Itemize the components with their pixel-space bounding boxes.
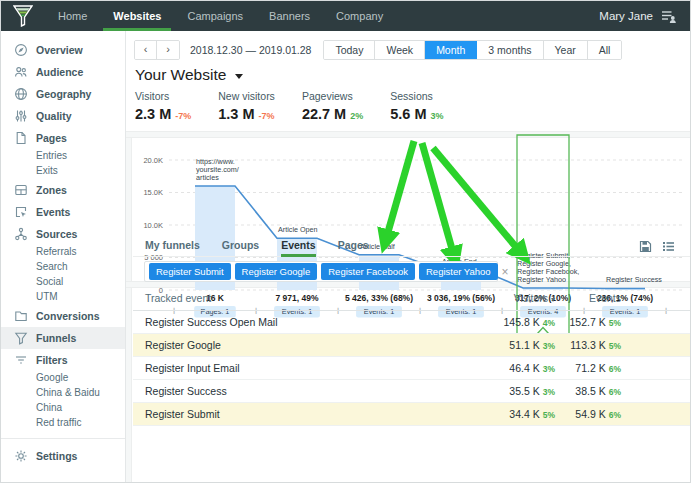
sidebar-subitem-social[interactable]: Social [1,275,125,290]
table-row[interactable]: Register Submit34.4 K5%54.9 K6% [133,403,690,426]
table-body: Register Success Open Mail145.8 K4%152.7… [133,311,690,426]
sidebar-subitem-entries[interactable]: Entries [1,149,125,164]
change-percent: 3% [543,364,555,374]
sidebar-item-conversions[interactable]: Conversions [1,305,125,327]
column-tracked-event[interactable]: Tracked event [133,288,445,311]
change-percent: 6% [609,387,621,397]
filter-chip-register-submit[interactable]: Register Submit [149,263,231,280]
prev-period-button[interactable]: ‹ [135,41,157,59]
sidebar-item-sources[interactable]: Sources [1,223,125,245]
stat-label: Visitors [135,90,191,102]
hub-icon [14,227,28,241]
clear-filters-button[interactable]: × [502,267,509,277]
nav-menu: HomeWebsitesCampaignsBannersCompany [45,1,396,31]
sidebar-item-funnels[interactable]: Funnels [1,327,125,349]
sidebar-subitem-china[interactable]: China [1,401,125,416]
range-button-today[interactable]: Today [324,41,375,59]
sidebar-item-label: Zones [36,184,67,196]
range-button-all[interactable]: All [588,41,622,59]
stat-value: 22.7 M2% [302,106,363,122]
sidebar-item-quality[interactable]: Quality [1,105,125,127]
filter-chip-register-facebook[interactable]: Register Facebook [321,263,415,280]
nav-item-home[interactable]: Home [45,1,100,31]
zones-icon [14,183,28,197]
stat-sessions: Sessions5.6 M3% [390,90,443,122]
list-view-icon[interactable] [662,240,675,253]
date-toolbar: ‹ › 2018.12.30 — 2019.01.28 TodayWeekMon… [134,40,622,60]
sidebar-subitem-search[interactable]: Search [1,260,125,275]
sidebar-item-filters[interactable]: Filters [1,349,125,371]
sidebar-subitem-exits[interactable]: Exits [1,164,125,179]
sidebar-item-events[interactable]: Events [1,201,125,223]
change-percent: 3% [543,387,555,397]
stat-change: -7% [175,111,191,121]
nav-item-campaigns[interactable]: Campaigns [174,1,256,31]
next-period-button[interactable]: › [157,41,179,59]
sidebar-item-geography[interactable]: Geography [1,83,125,105]
site-selector[interactable]: Your Website [135,66,243,84]
step-annotation: articles [196,173,219,182]
save-icon[interactable] [639,240,652,253]
tab-my-funnels[interactable]: My funnels [133,236,211,257]
funnel-tabs: My funnelsGroupsEventsPages [133,236,690,257]
range-button-year[interactable]: Year [544,41,588,59]
change-percent: 5% [609,318,621,328]
sidebar-item-zones[interactable]: Zones [1,179,125,201]
column-visitors[interactable]: Visitors▾ [445,288,555,311]
compass-icon [14,43,28,57]
user-name: Mary Jane [599,10,653,22]
event-filter-input[interactable]: Register SubmitRegister GoogleRegister F… [144,261,498,282]
sidebar-item-settings[interactable]: Settings [1,445,125,467]
annotation-arrow [386,141,414,239]
stat-new-visitors: New visitors1.3 M-7% [218,90,275,122]
cell-visitors: 46.4 K3% [445,357,555,380]
stat-label: Sessions [390,90,443,102]
sidebar-item-label: Funnels [36,332,76,344]
nav-item-websites[interactable]: Websites [100,1,174,31]
table-row[interactable]: Register Success Open Mail145.8 K4%152.7… [133,311,690,334]
sort-caret-icon: ▾ [551,295,555,304]
range-button-3-months[interactable]: 3 months [477,41,543,59]
change-percent: 6% [609,364,621,374]
sidebar-subitem-red-traffic[interactable]: Red traffic [1,416,125,431]
sidebar-item-label: Settings [36,450,77,462]
sidebar-item-overview[interactable]: Overview [1,39,125,61]
tab-groups[interactable]: Groups [211,236,270,257]
step-annotation: Register Yahoo [517,275,566,284]
range-button-month[interactable]: Month [425,41,477,59]
filter-chip-register-yahoo[interactable]: Register Yahoo [419,263,498,280]
filter-chip-register-google[interactable]: Register Google [235,263,318,280]
account-list-icon[interactable] [661,10,676,23]
page-title: Your Website [135,66,226,84]
range-button-week[interactable]: Week [375,41,425,59]
brand-funnel-logo-icon[interactable] [13,4,35,28]
tab-events[interactable]: Events [270,236,326,257]
sidebar-subitem-referrals[interactable]: Referrals [1,245,125,260]
change-percent: 6% [609,410,621,420]
table-row[interactable]: Register Success35.5 K3%38.5 K6% [133,380,690,403]
sidebar-item-audience[interactable]: Audience [1,61,125,83]
cell-tracked-event: Register Google [133,334,445,357]
user-menu[interactable]: Mary Jane [599,10,676,23]
y-axis-tick: 15.0K [143,188,163,197]
sidebar-item-pages[interactable]: Pages [1,127,125,149]
tab-pages[interactable]: Pages [327,236,380,257]
sidebar-subitem-google[interactable]: Google [1,371,125,386]
change-percent: 5% [609,341,621,351]
step-annotation: Register Success [606,275,662,284]
nav-item-company[interactable]: Company [323,1,396,31]
sidebar-item-label: Pages [36,132,67,144]
column-events[interactable]: Events [555,288,621,311]
y-axis-tick: 20.0K [143,156,163,165]
table-row[interactable]: Register Google51.1 K3%113.3 K5% [133,334,690,357]
step-annotation: Article Open [278,225,318,234]
globe-icon [14,87,28,101]
sidebar-subitem-china-baidu[interactable]: China & Baidu [1,386,125,401]
nav-item-banners[interactable]: Banners [256,1,323,31]
table-row[interactable]: Register Input Email46.4 K3%71.2 K6% [133,357,690,380]
sidebar-subitem-utm[interactable]: UTM [1,290,125,305]
change-percent: 3% [543,341,555,351]
cell-visitors: 34.4 K5% [445,403,555,426]
stat-change: -7% [259,111,275,121]
tracked-events-table: Tracked event Visitors▾ Events Register … [133,288,690,482]
